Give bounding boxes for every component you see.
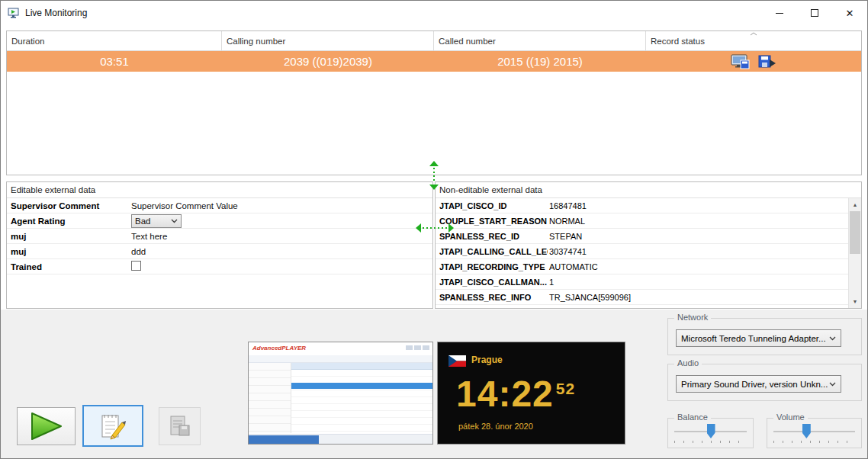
save-record-icon[interactable] xyxy=(758,54,776,69)
balance-slider-ticks xyxy=(674,441,747,443)
noneditable-data-panel: Non-editable external data JTAPI_CISCO_I… xyxy=(435,181,862,309)
field-value-muj-2[interactable]: ddd xyxy=(125,247,432,256)
scrollbar[interactable]: ▲ ▼ xyxy=(848,198,861,308)
data-value: 30374741 xyxy=(548,247,848,256)
call-called-number: 2015 ((19) 2015) xyxy=(434,51,646,72)
column-label: Called number xyxy=(439,37,496,46)
editable-row: muj Text here xyxy=(7,229,432,244)
scroll-up-button[interactable]: ▲ xyxy=(849,198,861,211)
play-icon xyxy=(29,411,64,441)
column-header-called-number[interactable]: Called number xyxy=(434,31,646,51)
dropdown-chevron-icon xyxy=(829,336,836,341)
data-row: JTAPI_CALLING_CALL_LEG 30374741 xyxy=(436,244,848,259)
agent-rating-dropdown[interactable]: Bad xyxy=(131,214,182,228)
column-label: Record status xyxy=(651,37,705,46)
calls-table-header: Duration Calling number Called number Re… xyxy=(7,31,861,51)
scroll-thumb[interactable] xyxy=(850,211,860,254)
data-row: JTAPI_CISCO_CALLMAN... 1 xyxy=(436,274,848,290)
window-title: Live Monitoring xyxy=(25,8,87,18)
editable-row: Agent Rating Bad xyxy=(7,213,432,229)
volume-slider-track xyxy=(773,431,855,432)
volume-slider-ticks xyxy=(773,441,855,443)
clock-city: Prague xyxy=(471,355,503,365)
player-preview-menu xyxy=(406,345,429,350)
editable-row: Trained xyxy=(7,259,432,274)
close-button[interactable]: ✕ xyxy=(832,1,867,25)
player-preview-toolbar xyxy=(249,355,432,363)
data-value: TR_SJANCA[599096] xyxy=(548,293,848,302)
agent-rating-value: Bad xyxy=(135,217,150,226)
data-key: JTAPI_RECORDING_TYPE xyxy=(436,262,548,271)
field-value-supervisor-comment[interactable]: Supervisor Comment Value xyxy=(125,201,432,210)
scroll-up-icon: ▲ xyxy=(853,202,858,207)
minimize-icon xyxy=(776,13,783,14)
scroll-down-button[interactable]: ▼ xyxy=(849,295,861,308)
audio-dropdown[interactable]: Primary Sound Driver, version Unkn... xyxy=(676,375,841,393)
audio-selected-value: Primary Sound Driver, version Unkn... xyxy=(681,380,828,389)
field-label-muj-1: muj xyxy=(7,232,125,241)
titlebar: Live Monitoring ✕ xyxy=(1,1,867,25)
clock-date: pátek 28. únor 2020 xyxy=(458,422,533,431)
call-duration: 03:51 xyxy=(7,51,222,72)
editable-row: muj ddd xyxy=(7,244,432,259)
edit-external-data-button[interactable] xyxy=(82,405,143,447)
balance-slider[interactable] xyxy=(674,423,747,445)
data-row: JTAPI_RECORDING_TYPE AUTOMATIC xyxy=(436,259,848,274)
data-value: 16847481 xyxy=(548,201,848,210)
vertical-resize-handle[interactable] xyxy=(429,161,439,190)
network-group-label: Network xyxy=(674,313,711,322)
clock-time: 14:2252 xyxy=(456,373,575,415)
noneditable-panel-title: Non-editable external data xyxy=(436,182,861,198)
volume-slider[interactable] xyxy=(773,423,855,445)
minimize-button[interactable] xyxy=(762,1,797,25)
calls-table: Duration Calling number Called number Re… xyxy=(6,30,862,175)
noneditable-rows: JTAPI_CISCO_ID 16847481 COUPLE_START_REA… xyxy=(436,198,848,305)
editable-panel-title: Editable external data xyxy=(7,182,432,198)
clock-hours-minutes: 14:22 xyxy=(456,374,554,414)
close-icon: ✕ xyxy=(846,8,854,18)
play-button[interactable] xyxy=(17,407,76,445)
field-value-muj-1[interactable]: Text here xyxy=(125,232,432,241)
data-key: JTAPI_CISCO_CALLMAN... xyxy=(436,278,548,287)
trained-checkbox[interactable] xyxy=(131,261,141,271)
data-row: COUPLE_START_REASON NORMAL xyxy=(436,213,848,229)
audio-group: Audio Primary Sound Driver, version Unkn… xyxy=(667,364,862,401)
call-record-status xyxy=(646,51,861,72)
maximize-button[interactable] xyxy=(797,1,832,25)
network-group: Network Microsoft Teredo Tunneling Adapt… xyxy=(667,318,862,355)
balance-group: Balance xyxy=(667,418,754,448)
scroll-down-icon: ▼ xyxy=(853,299,858,304)
balance-slider-thumb[interactable] xyxy=(707,424,715,438)
field-label-supervisor-comment: Supervisor Comment xyxy=(7,201,125,210)
field-label-agent-rating: Agent Rating xyxy=(7,217,125,226)
field-label-muj-2: muj xyxy=(7,247,125,256)
volume-slider-thumb[interactable] xyxy=(802,424,811,438)
save-button-disabled[interactable] xyxy=(159,407,201,445)
column-header-record-status[interactable]: Record status xyxy=(646,31,861,51)
data-value: 1 xyxy=(548,278,848,287)
player-preview-table-rows xyxy=(291,370,432,433)
data-key: JTAPI_CISCO_ID xyxy=(436,201,548,210)
data-row: JTAPI_CISCO_ID 16847481 xyxy=(436,198,848,213)
player-preview-sidebar xyxy=(249,363,291,433)
column-header-duration[interactable]: Duration xyxy=(7,31,222,51)
horizontal-resize-handle[interactable] xyxy=(416,223,454,233)
balance-group-label: Balance xyxy=(674,412,711,422)
player-preview[interactable]: AdvancedPLAYER xyxy=(248,342,433,445)
column-header-calling-number[interactable]: Calling number xyxy=(222,31,434,51)
data-value: AUTOMATIC xyxy=(548,262,848,271)
save-document-icon xyxy=(168,415,192,438)
app-icon[interactable] xyxy=(8,8,20,19)
editable-data-panel: Editable external data Supervisor Commen… xyxy=(6,181,433,309)
editable-row: Supervisor Comment Supervisor Comment Va… xyxy=(7,198,432,213)
player-preview-logo: AdvancedPLAYER xyxy=(252,345,306,351)
screen-record-icon[interactable] xyxy=(731,54,751,69)
czech-flag-icon xyxy=(448,355,466,367)
data-row: SPANLESS_REC_ID STEPAN xyxy=(436,229,848,244)
call-calling-number: 2039 ((019)2039) xyxy=(222,51,434,72)
column-label: Calling number xyxy=(227,37,285,46)
network-dropdown[interactable]: Microsoft Teredo Tunneling Adapter... xyxy=(676,329,841,347)
call-row[interactable]: 03:51 2039 ((019)2039) 2015 ((19) 2015) xyxy=(7,51,861,72)
screen-preview[interactable]: Prague 14:2252 pátek 28. únor 2020 xyxy=(437,342,625,445)
sort-indicator-icon xyxy=(750,32,757,36)
